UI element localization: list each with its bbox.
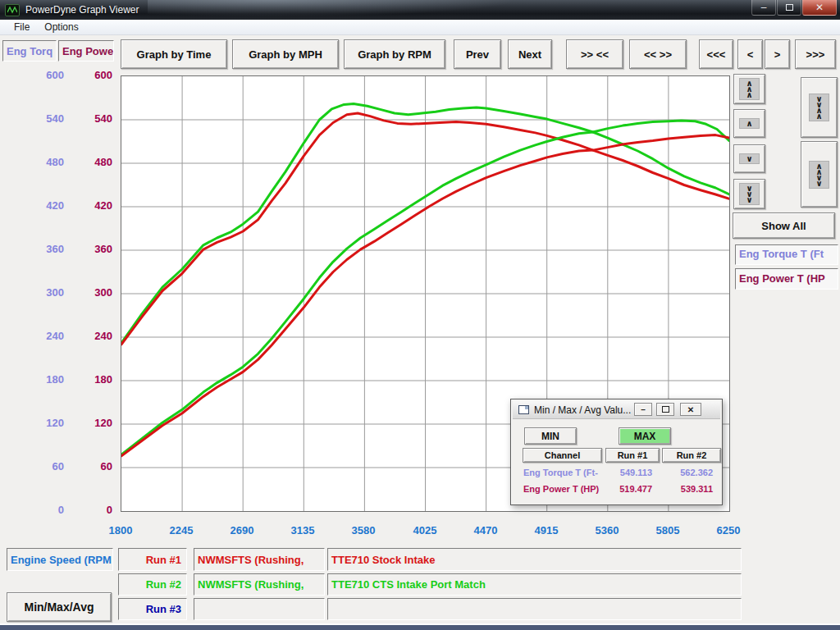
scroll-right-button[interactable]: > [765,39,790,69]
rpm-axis-tick: 2690 [217,524,267,536]
chevron-down-icon: ∨ [739,153,759,164]
torque-axis-tick: 420 [4,199,64,212]
minmax-close-button[interactable]: ✕ [680,403,701,416]
triple-chevron-up-icon: ∧∧∧ [739,78,759,100]
prev-button[interactable]: Prev [454,39,501,69]
power-channel-tab[interactable]: Eng Powe [58,40,114,62]
rpm-axis-tick: 4470 [461,524,510,536]
menu-file[interactable]: File [7,21,37,33]
run3-file [194,598,325,620]
scroll-left-button[interactable]: < [737,39,763,69]
pan-down-button[interactable]: ∨ [733,144,765,173]
torque-axis-tick: 60 [4,460,64,473]
rpm-axis-tick: 3135 [278,524,327,536]
menu-options[interactable]: Options [37,21,85,33]
rpm-axis-tick: 2245 [157,524,206,536]
run2-file: NWMSFTS (Rushing, [194,573,325,596]
close-button[interactable]: ✕ [802,0,837,16]
compress-vertical-icon: ∨∨∧∧ [809,94,829,121]
run1-file: NWMSFTS (Rushing, [194,548,325,571]
scroll-right-fast-button[interactable]: >>> [795,39,836,69]
expand-y-scale-button[interactable]: ∧∧∨∨ [801,141,838,208]
torque-axis-tick: 540 [4,112,64,126]
power-axis-tick: 60 [69,460,112,473]
minmax-window-title: Min / Max / Avg Valu... [534,404,631,416]
torque-row-label: Eng Torque T (Ft- [523,468,607,477]
titlebar-gloss [148,0,558,20]
run1-column-header[interactable]: Run #1 [605,448,660,463]
power-axis-tick: 240 [69,330,112,343]
power-axis-tick: 300 [69,286,112,299]
torque-axis-tick: 300 [4,286,64,299]
app-window: PowerDyne Graph Viewer – ✕ File Options … [0,0,840,630]
run2-label: Run #2 [118,573,187,596]
power-axis-tick: 120 [69,417,112,430]
pan-up-button[interactable]: ∧ [733,109,765,138]
window-title: PowerDyne Graph Viewer [25,4,139,16]
app-icon [5,4,20,16]
form-icon [518,405,529,414]
torque-axis-tick: 240 [4,330,64,343]
graph-by-mph-button[interactable]: Graph by MPH [232,39,339,69]
rpm-axis-tick: 5805 [643,524,692,536]
run3-description[interactable] [327,598,742,620]
show-all-button[interactable]: Show All [733,212,835,239]
title-bar: PowerDyne Graph Viewer – ✕ [0,0,840,20]
close-icon: ✕ [815,2,824,13]
min-toggle-button[interactable]: MIN [524,427,577,445]
torque-axis-tick: 0 [4,504,64,517]
pan-up-fast-button[interactable]: ∧∧∧ [733,74,765,104]
power-axis-tick: 600 [69,69,112,82]
minimize-icon: – [761,2,767,13]
run2-description[interactable]: TTE710 CTS Intake Port Match [327,573,742,596]
power-run1-max-value: 519.477 [608,484,652,494]
power-channel-label: Eng Power T (HP [735,268,838,290]
graph-by-time-button[interactable]: Graph by Time [121,39,227,69]
torque-axis-tick: 360 [4,243,64,256]
window-bottom-border [0,623,840,630]
minmax-window[interactable]: Min / Max / Avg Valu... – ✕ MIN MAX Chan… [510,399,723,505]
max-toggle-button[interactable]: MAX [619,427,671,445]
restore-button[interactable] [777,0,801,16]
torque-run2-max-value: 562.362 [669,468,713,477]
run2-column-header[interactable]: Run #2 [662,448,721,463]
expand-vertical-icon: ∧∧∨∨ [809,161,829,189]
power-axis-tick: 180 [69,373,112,386]
zoom-out-x-button[interactable]: << >> [629,39,687,69]
run3-label: Run #3 [118,598,187,620]
power-row-label: Eng Power T (HP) [523,484,607,494]
compress-y-scale-button[interactable]: ∨∨∧∧ [801,77,838,138]
minimize-icon: – [641,405,646,414]
zoom-in-x-button[interactable]: >> << [566,39,623,69]
graph-by-rpm-button[interactable]: Graph by RPM [344,39,445,69]
restore-icon [662,406,669,413]
torque-axis-tick: 120 [4,417,64,430]
torque-axis-tick: 180 [4,373,64,386]
channel-column-header[interactable]: Channel [523,448,602,463]
chevron-up-icon: ∧ [739,118,759,129]
run1-description[interactable]: TTE710 Stock Intake [327,548,742,571]
power-run2-max-value: 539.311 [669,484,713,494]
torque-channel-tab[interactable]: Eng Torq [2,40,57,62]
power-axis-tick: 0 [69,504,112,517]
torque-axis-tick: 480 [4,156,64,169]
minimize-button[interactable]: – [751,0,776,16]
power-axis-tick: 360 [69,243,112,256]
waveform-icon [7,6,17,14]
close-icon: ✕ [687,405,694,414]
rpm-axis-tick: 3580 [339,524,388,536]
minmax-restore-button[interactable] [656,403,674,416]
x-channel-label: Engine Speed (RPM [7,548,113,571]
restore-icon [786,4,793,11]
pan-down-fast-button[interactable]: ∨∨∨ [733,179,765,209]
next-button[interactable]: Next [508,39,552,69]
window-controls: – ✕ [751,0,837,16]
scroll-left-fast-button[interactable]: <<< [699,39,733,69]
rpm-axis-tick: 4915 [522,524,571,536]
rpm-axis-tick: 6250 [704,524,753,536]
minmax-minimize-button[interactable]: – [634,403,652,416]
minmax-avg-button[interactable]: Min/Max/Avg [7,592,112,622]
torque-run1-max-value: 549.113 [608,468,652,477]
triple-chevron-down-icon: ∨∨∨ [739,183,759,205]
torque-channel-label: Eng Torque T (Ft [735,244,838,265]
